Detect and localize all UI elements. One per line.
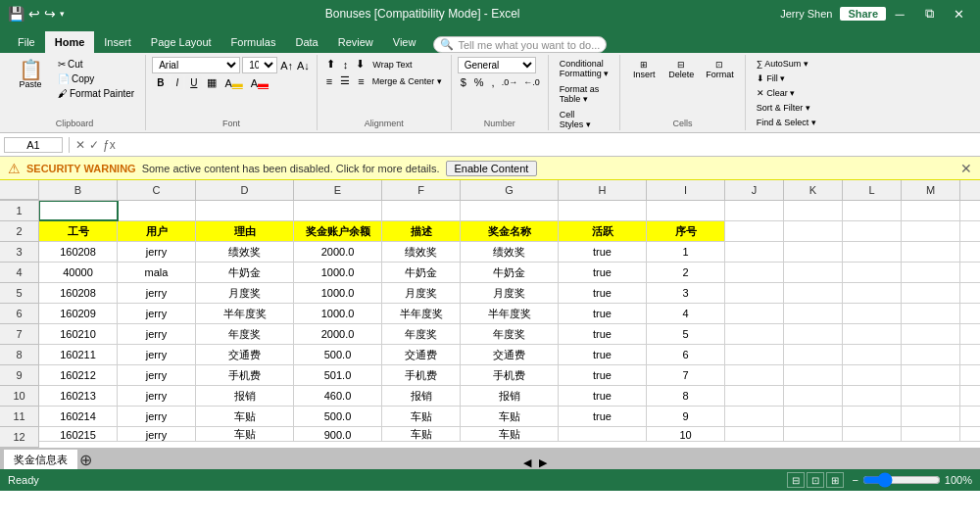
format-as-table-button[interactable]: Format asTable ▾ [555,82,605,106]
cell-n9[interactable] [960,365,980,385]
clear-button[interactable]: ✕ Clear ▾ [752,86,801,100]
cell-h7[interactable]: true [559,324,647,344]
cell-h5[interactable]: true [559,283,647,303]
cell-h1[interactable] [559,201,647,220]
autosum-button[interactable]: ∑ AutoSum ▾ [752,57,813,71]
border-icon[interactable]: ▦ [204,75,220,90]
cell-j2[interactable] [725,221,784,241]
cell-d5[interactable]: 月度奖 [196,283,294,303]
zoom-out-button[interactable]: − [852,474,858,486]
row-num-7[interactable]: 7 [0,324,39,345]
cell-i5[interactable]: 3 [647,283,725,303]
col-header-i[interactable]: I [647,180,725,200]
row-num-11[interactable]: 11 [0,407,39,427]
cell-c4[interactable]: mala [118,263,196,282]
fill-button[interactable]: ⬇ Fill ▾ [752,72,791,85]
merge-center-button[interactable]: Merge & Center ▾ [369,75,445,87]
cell-c5[interactable]: jerry [118,283,196,303]
cell-styles-button[interactable]: CellStyles ▾ [555,108,596,131]
cell-e2[interactable]: 奖金账户余额 [294,221,382,241]
cell-c10[interactable]: jerry [118,386,196,406]
tab-formulas[interactable]: Formulas [221,31,286,53]
font-color-icon[interactable]: A▬ [248,76,271,90]
tab-insert[interactable]: Insert [94,31,141,53]
col-header-k[interactable]: K [784,180,843,200]
quick-access-toolbar[interactable]: 💾 ↩ ↪ ▾ [8,6,65,22]
row-num-4[interactable]: 4 [0,263,39,283]
cell-l6[interactable] [843,304,902,323]
cell-c9[interactable]: jerry [118,365,196,385]
cell-i3[interactable]: 1 [647,242,725,262]
fill-color-icon[interactable]: A▬ [221,76,245,90]
security-bar-close[interactable]: ✕ [960,161,972,176]
scroll-right-icon[interactable]: ▶ [535,456,551,469]
cell-m3[interactable] [902,242,960,262]
row-num-9[interactable]: 9 [0,365,39,386]
cell-e3[interactable]: 2000.0 [294,242,382,262]
delete-button[interactable]: ⊟ Delete [663,57,699,82]
cell-j11[interactable] [725,407,784,426]
help-search-box[interactable]: 🔍 Tell me what you want to do... [433,36,607,53]
cell-g3[interactable]: 绩效奖 [461,242,559,262]
cell-f2[interactable]: 描述 [382,221,461,241]
cell-g2[interactable]: 奖金名称 [461,221,559,241]
scroll-left-icon[interactable]: ◀ [519,456,535,469]
col-header-e[interactable]: E [294,180,382,200]
cell-h6[interactable]: true [559,304,647,323]
restore-button[interactable]: ⧉ [915,3,943,24]
align-right-icon[interactable]: ≡ [355,74,367,88]
cell-l12[interactable] [843,427,902,442]
cell-m12[interactable] [902,427,960,442]
cell-f6[interactable]: 半年度奖 [382,304,461,323]
cell-b8[interactable]: 160211 [39,345,118,364]
col-header-j[interactable]: J [725,180,784,200]
cell-n11[interactable] [960,407,980,426]
cell-d12[interactable]: 车贴 [196,427,294,442]
cell-b1[interactable] [39,201,118,220]
enable-content-button[interactable]: Enable Content [446,161,538,176]
italic-button[interactable]: I [171,75,183,90]
cell-l7[interactable] [843,324,902,344]
cell-k5[interactable] [784,283,843,303]
cell-m2[interactable] [902,221,960,241]
cell-l10[interactable] [843,386,902,406]
row-num-6[interactable]: 6 [0,304,39,324]
cell-c2[interactable]: 用户 [118,221,196,241]
cell-e7[interactable]: 2000.0 [294,324,382,344]
cell-b10[interactable]: 160213 [39,386,118,406]
cell-l9[interactable] [843,365,902,385]
cell-e5[interactable]: 1000.0 [294,283,382,303]
cell-i11[interactable]: 9 [647,407,725,426]
col-header-m[interactable]: M [902,180,960,200]
cell-m6[interactable] [902,304,960,323]
cell-e4[interactable]: 1000.0 [294,263,382,282]
cell-e12[interactable]: 900.0 [294,427,382,442]
normal-view-button[interactable]: ⊟ [787,472,805,488]
row-num-8[interactable]: 8 [0,345,39,365]
close-button[interactable]: ✕ [945,3,972,24]
align-left-icon[interactable]: ≡ [323,74,335,88]
cell-c11[interactable]: jerry [118,407,196,426]
decrease-font-icon[interactable]: A↓ [296,59,311,72]
cell-n6[interactable] [960,304,980,323]
cut-button[interactable]: ✂ Cut [53,57,139,72]
cell-i2[interactable]: 序号 [647,221,725,241]
cell-c7[interactable]: jerry [118,324,196,344]
cell-j12[interactable] [725,427,784,442]
cell-g9[interactable]: 手机费 [461,365,559,385]
cell-j4[interactable] [725,263,784,282]
cell-d9[interactable]: 手机费 [196,365,294,385]
cell-b5[interactable]: 160208 [39,283,118,303]
cell-j3[interactable] [725,242,784,262]
cell-f4[interactable]: 牛奶金 [382,263,461,282]
cell-d10[interactable]: 报销 [196,386,294,406]
col-header-c[interactable]: C [118,180,196,200]
cell-n7[interactable] [960,324,980,344]
zoom-slider[interactable] [862,472,941,488]
cell-g12[interactable]: 车贴 [461,427,559,442]
redo-icon[interactable]: ↪ [44,6,56,22]
cell-j1[interactable] [725,201,784,220]
copy-button[interactable]: 📄 Copy [53,72,139,86]
cell-f12[interactable]: 车贴 [382,427,461,442]
cell-b11[interactable]: 160214 [39,407,118,426]
